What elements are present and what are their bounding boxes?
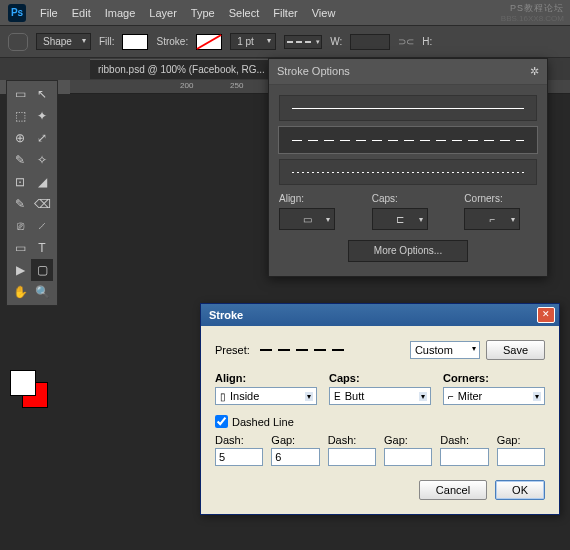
ok-button[interactable]: OK [495,480,545,500]
gap-3-input[interactable] [497,448,545,466]
stroke-style-dashed[interactable] [279,127,537,153]
caps-dropdown[interactable]: ⊏ [372,208,428,230]
tool-dodge[interactable]: ⟋ [31,215,53,237]
shape-preview[interactable] [8,33,28,51]
menu-layer[interactable]: Layer [149,7,177,19]
dash-label: Dash: [215,434,263,446]
gap-2-input[interactable] [384,448,432,466]
stroke-dialog: Stroke ✕ Preset: Custom Save Align: ▯Ins… [200,303,560,515]
tool-zoom[interactable]: 🔍 [31,281,53,303]
caps-label: Caps: [372,193,445,204]
preset-label: Preset: [215,344,250,356]
dialog-titlebar[interactable]: Stroke ✕ [201,304,559,326]
caps-select[interactable]: EButt [329,387,431,405]
save-button[interactable]: Save [486,340,545,360]
stroke-options-popover: Stroke Options ✲ Align: ▭ Caps: ⊏ Corner… [268,58,548,277]
watermark-url: BBS.16XX8.COM [501,14,564,23]
options-bar: Shape Fill: Stroke: 1 pt W: ⊃⊂ H: [0,26,570,58]
document-tab-active[interactable]: ribbon.psd @ 100% (Facebook, RG... [90,59,273,79]
dashed-line-checkbox[interactable] [215,415,228,428]
tool-path[interactable]: ▶ [9,259,31,281]
tool-pen[interactable]: ▭ [9,237,31,259]
stroke-label: Stroke: [156,36,188,47]
align-select[interactable]: ▯Inside [215,387,317,405]
gear-icon[interactable]: ✲ [530,65,539,78]
menu-view[interactable]: View [312,7,336,19]
menu-edit[interactable]: Edit [72,7,91,19]
gap-label: Gap: [384,434,432,446]
tool-history[interactable]: ◢ [31,171,53,193]
dialog-title: Stroke [209,309,243,321]
fill-label: Fill: [99,36,115,47]
menu-file[interactable]: File [40,7,58,19]
menu-filter[interactable]: Filter [273,7,297,19]
corners-select[interactable]: ⌐Miter [443,387,545,405]
stroke-options-title: Stroke Options [277,65,350,78]
align-label: Align: [215,372,317,384]
tool-move[interactable]: ▭ [9,83,31,105]
stroke-style-solid[interactable] [279,95,537,121]
tool-stamp[interactable]: ⊡ [9,171,31,193]
tool-blur[interactable]: ⎚ [9,215,31,237]
dash-3-input[interactable] [440,448,488,466]
menu-bar: Ps File Edit Image Layer Type Select Fil… [0,0,570,26]
align-label: Align: [279,193,352,204]
corners-label: Corners: [464,193,537,204]
tool-heal[interactable]: ✎ [9,149,31,171]
tool-brush[interactable]: ✧ [31,149,53,171]
tool-wand[interactable]: ✦ [31,105,53,127]
stroke-style-dropdown[interactable] [284,35,322,49]
tool-hand[interactable]: ✋ [9,281,31,303]
dashed-line-label: Dashed Line [232,416,294,428]
ruler-mark: 200 [180,81,193,90]
gap-1-input[interactable] [271,448,319,466]
width-label: W: [330,36,342,47]
gap-label: Gap: [497,434,545,446]
foreground-color-swatch[interactable] [10,370,36,396]
tool-shape[interactable]: ▢ [31,259,53,281]
tool-eraser[interactable]: ✎ [9,193,31,215]
menu-select[interactable]: Select [229,7,260,19]
align-dropdown[interactable]: ▭ [279,208,335,230]
stroke-style-dotted[interactable] [279,159,537,185]
preset-dropdown[interactable]: Custom [410,341,480,359]
dash-1-input[interactable] [215,448,263,466]
close-button[interactable]: ✕ [537,307,555,323]
color-swatches [10,370,50,410]
corners-dropdown[interactable]: ⌐ [464,208,520,230]
tool-mode-dropdown[interactable]: Shape [36,33,91,50]
dash-label: Dash: [328,434,376,446]
tool-marquee[interactable]: ⬚ [9,105,31,127]
app-logo: Ps [8,4,26,22]
preset-preview [256,343,404,357]
width-field[interactable] [350,34,390,50]
stroke-width-dropdown[interactable]: 1 pt [230,33,276,50]
tool-crop[interactable]: ⊕ [9,127,31,149]
menu-type[interactable]: Type [191,7,215,19]
ruler-mark: 250 [230,81,243,90]
corners-label: Corners: [443,372,545,384]
dash-2-input[interactable] [328,448,376,466]
height-label: H: [422,36,432,47]
more-options-button[interactable]: More Options... [348,240,468,262]
gap-label: Gap: [271,434,319,446]
fill-swatch[interactable] [122,34,148,50]
link-icon[interactable]: ⊃⊂ [398,36,414,47]
toolbox: ▭ ↖ ⬚ ✦ ⊕ ⤢ ✎ ✧ ⊡ ◢ ✎ ⌫ ⎚ ⟋ ▭ T ▶ ▢ ✋ 🔍 [6,80,58,306]
dash-label: Dash: [440,434,488,446]
tool-type[interactable]: T [31,237,53,259]
tool-gradient[interactable]: ⌫ [31,193,53,215]
tool-eyedropper[interactable]: ⤢ [31,127,53,149]
cancel-button[interactable]: Cancel [419,480,487,500]
menu-image[interactable]: Image [105,7,136,19]
tool-select[interactable]: ↖ [31,83,53,105]
stroke-swatch[interactable] [196,34,222,50]
caps-label: Caps: [329,372,431,384]
